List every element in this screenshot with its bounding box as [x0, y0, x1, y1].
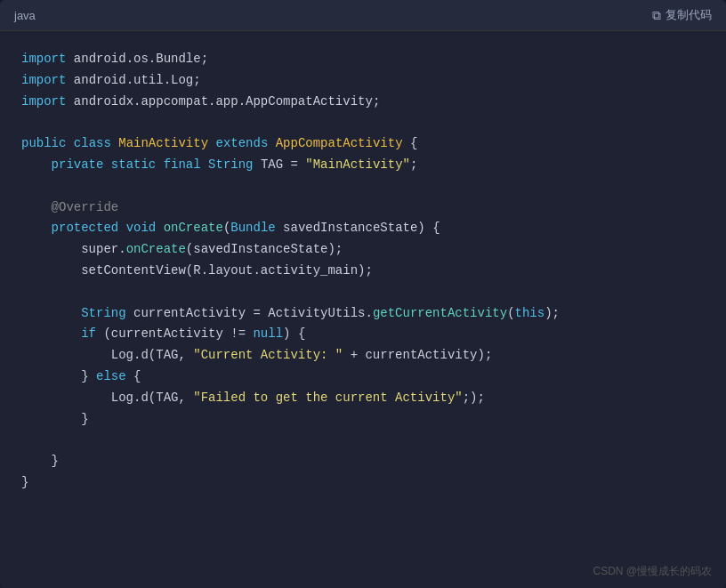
code-line: } — [21, 472, 705, 494]
code-line — [21, 430, 705, 451]
code-line — [21, 112, 705, 133]
footer-credit: CSDN @慢慢成长的码农 — [593, 564, 712, 579]
code-line: @Override — [21, 197, 705, 219]
code-line: public class MainActivity extends AppCom… — [21, 133, 705, 155]
code-line: Log.d(TAG, "Current Activity: " + curren… — [21, 345, 705, 366]
code-line: Log.d(TAG, "Failed to get the current Ac… — [21, 388, 705, 409]
copy-icon: ⧉ — [652, 8, 661, 23]
code-line — [21, 176, 705, 197]
code-line: setContentView(R.layout.activity_main); — [21, 261, 705, 282]
code-block: java ⧉ 复制代码 import android.os.Bundle;imp… — [0, 0, 726, 588]
language-label: java — [14, 9, 36, 22]
code-header: java ⧉ 复制代码 — [0, 0, 726, 31]
copy-label: 复制代码 — [666, 7, 712, 23]
code-line: import android.os.Bundle; — [21, 49, 705, 70]
code-line: import android.util.Log; — [21, 70, 705, 92]
code-body: import android.os.Bundle;import android.… — [0, 31, 726, 511]
code-line: super.onCreate(savedInstanceState); — [21, 239, 705, 261]
copy-button[interactable]: ⧉ 复制代码 — [652, 7, 712, 23]
code-line: import androidx.appcompat.app.AppCompatA… — [21, 92, 705, 113]
code-line: private static final String TAG = "MainA… — [21, 155, 705, 176]
code-line: String currentActivity = ActivityUtils.g… — [21, 303, 705, 325]
code-line: } else { — [21, 366, 705, 388]
code-line: if (currentActivity != null) { — [21, 324, 705, 345]
code-line: } — [21, 409, 705, 431]
code-line: } — [21, 451, 705, 472]
code-line — [21, 282, 705, 303]
code-line: protected void onCreate(Bundle savedInst… — [21, 218, 705, 239]
